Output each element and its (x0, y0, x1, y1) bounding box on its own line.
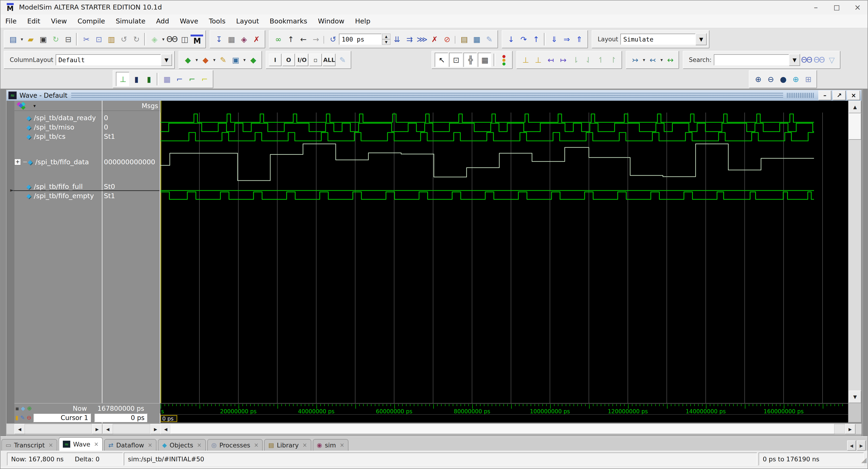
tab-dataflow[interactable]: ⇄Dataflow× (104, 439, 156, 451)
values-scroll-left-icon[interactable]: ◀ (102, 424, 113, 434)
collapse-sample-icon[interactable]: ⌐ (185, 72, 198, 86)
signal-row-cs[interactable]: ◆/spi_tb/cs (14, 132, 102, 141)
vertical-scrollbar[interactable]: ▲ ▼ (848, 101, 861, 403)
link-icon[interactable]: ∞ (272, 32, 284, 46)
view-all-button[interactable]: ALL (323, 54, 336, 66)
names-scroll-right-icon[interactable]: ▶ (92, 424, 102, 434)
search-chevron-down-icon[interactable]: ▼ (789, 54, 800, 66)
signal-row-fifo_empty[interactable]: ◆/spi_tb/fifo_empty (14, 191, 102, 201)
view-internal-button[interactable]: ▫ (309, 54, 322, 66)
tab-objects[interactable]: ◆Objects× (158, 439, 206, 451)
menu-layout[interactable]: Layout (231, 17, 265, 25)
open-folder-icon[interactable]: ▰ (24, 32, 37, 46)
zoom-others-icon[interactable]: ⊞ (802, 72, 814, 86)
step-into-icon[interactable]: ↓ (504, 32, 517, 46)
paste-icon[interactable]: ▥ (105, 32, 117, 46)
memory-profile-icon[interactable]: ▦ (470, 32, 483, 46)
step-current-out-icon[interactable]: ⇑ (572, 32, 585, 46)
wave-scroll-right-icon[interactable]: ▶ (845, 424, 856, 434)
wave-prefs-icon[interactable]: ▪ (15, 405, 19, 412)
simulate-icon[interactable]: ◈ (238, 32, 250, 46)
signal-row-fifo_full[interactable]: ◆/spi_tb/fifo_full (14, 182, 102, 191)
layout-select[interactable]: Simulate (620, 34, 695, 45)
undo-icon[interactable]: ↺ (117, 32, 130, 46)
edit-mode-icon[interactable]: ▦ (478, 53, 491, 67)
signal-row-miso[interactable]: ◆/spi_tb/miso (14, 122, 102, 132)
next-transition-icon[interactable]: ↦ (557, 53, 569, 67)
insert-cursor-icon[interactable]: ⊥ (519, 53, 532, 67)
clear-profile-icon[interactable]: ✎ (483, 32, 495, 46)
pan-mode-icon[interactable]: ╬ (463, 53, 477, 67)
cursor-value[interactable]: 0 ps (94, 413, 147, 422)
zoom-mode-icon[interactable]: ⊡ (449, 53, 463, 67)
step-over-icon[interactable]: ↷ (517, 32, 529, 46)
scroll-down-icon[interactable]: ▼ (849, 390, 861, 403)
columnlayout-chevron-down-icon[interactable]: ▼ (161, 54, 172, 66)
tab-wave-close-icon[interactable]: × (94, 441, 98, 447)
vertical-scroll-thumb[interactable] (849, 113, 861, 140)
save-icon[interactable]: ▣ (37, 32, 49, 46)
dock-button[interactable]: – (818, 90, 831, 100)
zoom-range-icon[interactable]: ▮ (142, 72, 155, 86)
zoom-in-icon[interactable]: ⊕ (752, 72, 764, 86)
wave-scroll-left-icon[interactable]: ◀ (160, 424, 171, 434)
resize-grip-icon[interactable]: ◢ (861, 456, 867, 464)
search-prev-icon[interactable]: ΘΘ (813, 53, 825, 67)
restart-icon[interactable]: ↺ (327, 32, 339, 46)
search-filter-icon[interactable]: ▽ (825, 53, 838, 67)
insert-blank-icon[interactable]: ▣ (229, 53, 242, 67)
close-button[interactable]: × (847, 0, 868, 14)
values-scroll-right-icon[interactable]: ▶ (150, 424, 161, 434)
names-scroll-left-icon[interactable]: ◀ (14, 424, 25, 434)
move-up-icon[interactable]: ↑ (284, 32, 297, 46)
prev-transition-icon[interactable]: ↤ (544, 53, 557, 67)
wave-canvas[interactable] (160, 101, 848, 403)
new-file-icon[interactable]: ▤ (6, 32, 19, 46)
menu-compile[interactable]: Compile (72, 17, 111, 25)
step-current-over-icon[interactable]: ⇒ (560, 32, 572, 46)
tab-sim[interactable]: ◉sim× (313, 439, 349, 451)
maximize-button[interactable]: ◻ (826, 0, 847, 14)
paintbrush-icon[interactable]: ✎ (336, 53, 348, 67)
new-file-icon-caret[interactable]: ▾ (19, 32, 24, 46)
prev-rising-edge-icon[interactable]: ↿ (594, 53, 607, 67)
collapse-time-icon[interactable]: ↢ (646, 53, 659, 67)
add-to-dataflow-icon[interactable]: ◆ (247, 53, 259, 67)
zoom-cursor-icon[interactable]: ⊕ (789, 72, 802, 86)
menu-wave[interactable]: Wave (174, 17, 204, 25)
find-options-icon-caret[interactable]: ▾ (160, 32, 165, 46)
compile-icon[interactable]: ↧ (212, 32, 225, 46)
print-icon[interactable]: ⊟ (62, 32, 74, 46)
expand-time-icon[interactable]: ↣ (628, 53, 641, 67)
columnlayout-select[interactable]: Default (56, 54, 161, 65)
menu-help[interactable]: Help (350, 17, 376, 25)
add-to-wave-icon-caret[interactable]: ▾ (194, 53, 199, 67)
zoom-out-icon[interactable]: ⊖ (764, 72, 777, 86)
interval-measure-icon[interactable]: ▮ (130, 72, 142, 86)
wave-scroll-thumb[interactable] (170, 424, 835, 434)
menu-file[interactable]: File (0, 17, 22, 25)
signal-row-data_ready[interactable]: ◆/spi_tb/data_ready (14, 113, 102, 122)
next-rising-edge-icon[interactable]: ↾ (607, 53, 619, 67)
names-scroll-track[interactable] (25, 424, 92, 434)
menu-bookmarks[interactable]: Bookmarks (264, 17, 312, 25)
wave-cube-icon[interactable]: ◆ (21, 405, 25, 412)
tab-transcript[interactable]: ▭Transcript× (1, 439, 57, 451)
tab-processes[interactable]: ◎Processes× (207, 439, 263, 451)
next-falling-edge-icon[interactable]: ⇃ (582, 53, 594, 67)
step-current-into-icon[interactable]: ⇓ (548, 32, 560, 46)
find-icon[interactable]: ΘΘ (165, 32, 178, 46)
edit-cursor-name-icon[interactable]: ✎ (20, 414, 25, 421)
tab-processes-close-icon[interactable]: × (254, 442, 258, 448)
tab-wave[interactable]: ≈Wave× (59, 437, 103, 451)
column-divider[interactable] (102, 101, 102, 434)
tab-objects-close-icon[interactable]: × (197, 442, 202, 448)
redo-icon[interactable]: ↻ (130, 32, 142, 46)
undock-button[interactable]: ↗ (833, 90, 846, 100)
stop-icon[interactable]: ⊘ (440, 32, 453, 46)
cut-icon[interactable]: ✂ (80, 32, 92, 46)
minimize-button[interactable]: – (805, 0, 826, 14)
scroll-up-icon[interactable]: ▲ (849, 101, 861, 113)
menu-tools[interactable]: Tools (204, 17, 231, 25)
sample-window-icon[interactable]: ⌐ (198, 72, 211, 86)
